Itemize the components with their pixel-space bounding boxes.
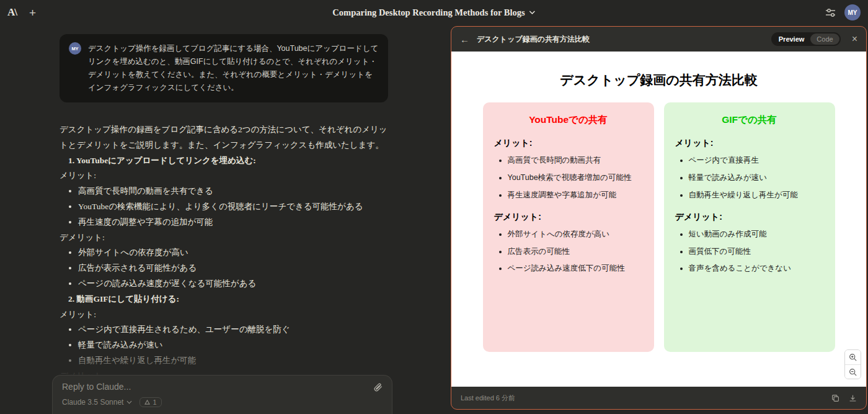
list-item: 軽量で読み込みが速い [689, 173, 824, 183]
chevron-down-icon [529, 11, 536, 14]
assistant-message: デスクトップ操作の録画をブログ記事に含める2つの方法について、それぞれのメリット… [60, 122, 396, 414]
chat-panel: MY デスクトップ操作を録画してブログ記事にする場合、YouTubeにアップロー… [0, 25, 451, 414]
youtube-card-title: YouTubeでの共有 [494, 114, 643, 127]
usage-badge[interactable]: 1 [140, 397, 161, 407]
list-item: 外部サイトへの依存度が高い [508, 229, 643, 240]
close-icon[interactable]: × [852, 34, 857, 45]
assistant-item1-title: 1. YouTubeにアップロードしてリンクを埋め込む: [60, 153, 396, 169]
zoom-out-button[interactable] [845, 364, 861, 379]
message-composer: Claude 3.5 Sonnet 1 [52, 375, 392, 414]
merit-label: メリット: [675, 138, 824, 149]
list-item: 音声を含めることができない [689, 263, 824, 274]
zoom-out-icon [849, 368, 857, 376]
new-chat-button[interactable]: + [29, 7, 36, 19]
list-item: ページ内で直接再生 [689, 155, 824, 166]
conversation-title-text: Comparing Desktop Recording Methods for … [332, 7, 525, 18]
infographic-heading: デスクトップ録画の共有方法比較 [451, 71, 866, 89]
demerit-label: デメリット: [494, 212, 643, 223]
list-item: 再生速度の調整や字幕の追加が可能 [78, 215, 396, 230]
user-message-avatar: MY [69, 42, 81, 55]
tab-preview[interactable]: Preview [773, 34, 811, 45]
gif-demerit-list: 短い動画のみ作成可能 画質低下の可能性 音声を含めることができない [675, 229, 824, 274]
conversation-title[interactable]: Comparing Desktop Recording Methods for … [332, 0, 535, 25]
triangle-icon [144, 400, 150, 405]
gif-card: GIFでの共有 メリット: ページ内で直接再生 軽量で読み込みが速い 自動再生や… [664, 102, 835, 352]
list-item: YouTubeの検索機能により、より多くの視聴者にリーチできる可能性がある [78, 199, 396, 215]
reply-input[interactable] [62, 382, 353, 392]
list-item: 自動再生や繰り返し再生が可能 [78, 353, 396, 369]
list-item: 外部サイトへの依存度が高い [78, 245, 396, 261]
list-item: 短い動画のみ作成可能 [689, 229, 824, 240]
user-message: MY デスクトップ操作を録画してブログ記事にする場合、YouTubeにアップロー… [60, 34, 388, 102]
preview-code-toggle: Preview Code [771, 32, 841, 46]
attachment-paperclip-icon[interactable] [373, 382, 383, 392]
list-item: 高画質で長時間の動画共有 [508, 155, 643, 166]
chevron-down-icon [126, 400, 132, 404]
user-avatar[interactable]: MY [844, 4, 861, 20]
list-item: 画質低下の可能性 [689, 246, 824, 257]
claude-logo[interactable]: A\ [7, 6, 17, 19]
back-arrow-icon[interactable]: ← [460, 34, 469, 45]
item1-demerit-list: 外部サイトへの依存度が高い 広告が表示される可能性がある ページの読み込み速度が… [60, 245, 396, 291]
demerit-label: デメリット: [60, 230, 396, 246]
merit-label: メリット: [494, 138, 643, 149]
last-edited-label: Last edited 6 分前 [461, 394, 515, 403]
top-bar: A\ + Comparing Desktop Recording Methods… [0, 0, 868, 25]
zoom-controls [844, 349, 861, 379]
download-icon[interactable] [849, 394, 857, 402]
zoom-in-icon [849, 353, 857, 361]
usage-count: 1 [153, 398, 156, 406]
artifact-footer: Last edited 6 分前 [451, 387, 866, 409]
list-item: 再生速度調整や字幕追加が可能 [508, 190, 643, 200]
assistant-intro: デスクトップ操作の録画をブログ記事に含める2つの方法について、それぞれのメリット… [60, 122, 396, 153]
merit-label: メリット: [60, 307, 396, 323]
list-item: 高画質で長時間の動画を共有できる [78, 184, 396, 199]
list-item: YouTube検索で視聴者増加の可能性 [508, 173, 643, 183]
list-item: ページ読み込み速度低下の可能性 [508, 263, 643, 274]
copy-icon[interactable] [831, 394, 839, 402]
demerit-label: デメリット: [675, 212, 824, 223]
settings-sliders-icon[interactable] [825, 8, 836, 17]
gif-merit-list: ページ内で直接再生 軽量で読み込みが速い 自動再生や繰り返し再生が可能 [675, 155, 824, 200]
item2-merit-list: ページ内で直接再生されるため、ユーザーの離脱を防ぐ 軽量で読み込みが速い 自動再… [60, 322, 396, 368]
artifact-header: ← デスクトップ録画の共有方法比較 Preview Code × [451, 27, 866, 52]
merit-label: メリット: [60, 168, 396, 184]
list-item: 軽量で読み込みが速い [78, 338, 396, 353]
list-item: ページの読み込み速度が遅くなる可能性がある [78, 276, 396, 292]
youtube-card: YouTubeでの共有 メリット: 高画質で長時間の動画共有 YouTube検索… [483, 102, 654, 352]
gif-card-title: GIFでの共有 [675, 114, 824, 127]
item1-merit-list: 高画質で長時間の動画を共有できる YouTubeの検索機能により、より多くの視聴… [60, 184, 396, 230]
tab-code[interactable]: Code [810, 34, 839, 45]
zoom-in-button[interactable] [845, 350, 861, 364]
assistant-item2-title: 2. 動画GIFにして貼り付ける: [60, 292, 396, 307]
model-selector[interactable]: Claude 3.5 Sonnet [62, 398, 132, 407]
model-name: Claude 3.5 Sonnet [62, 398, 123, 407]
user-message-text: デスクトップ操作を録画してブログ記事にする場合、YouTubeにアップロードして… [88, 42, 379, 94]
artifact-panel: ← デスクトップ録画の共有方法比較 Preview Code × デスクトップ録… [451, 26, 867, 410]
artifact-preview-canvas: デスクトップ録画の共有方法比較 YouTubeでの共有 メリット: 高画質で長時… [451, 52, 866, 387]
list-item: ページ内で直接再生されるため、ユーザーの離脱を防ぐ [78, 322, 396, 338]
list-item: 広告表示の可能性 [508, 246, 643, 257]
artifact-title: デスクトップ録画の共有方法比較 [477, 34, 764, 45]
list-item: 広告が表示される可能性がある [78, 261, 396, 276]
youtube-merit-list: 高画質で長時間の動画共有 YouTube検索で視聴者増加の可能性 再生速度調整や… [494, 155, 643, 200]
list-item: 自動再生や繰り返し再生が可能 [689, 190, 824, 200]
youtube-demerit-list: 外部サイトへの依存度が高い 広告表示の可能性 ページ読み込み速度低下の可能性 [494, 229, 643, 274]
